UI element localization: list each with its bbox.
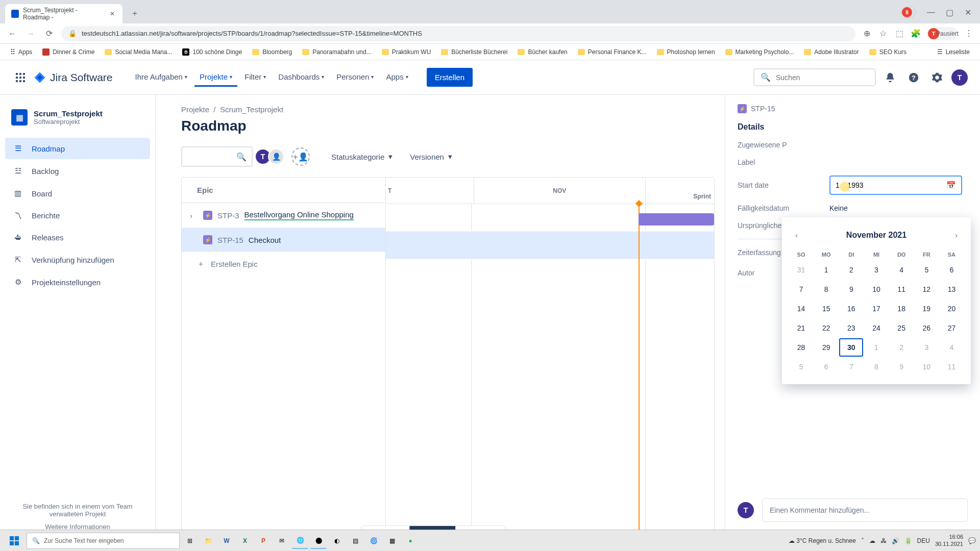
calendar-day[interactable]: 6 [814,358,838,376]
excel-icon[interactable]: X [237,533,253,549]
settings-icon[interactable] [928,68,946,87]
bookmark-item[interactable]: Marketing Psycholo... [721,46,798,58]
sidebar-item-releases[interactable]: ⛴Releases [5,227,150,248]
battery-icon[interactable]: 🔋 [904,537,912,544]
calendar-day[interactable]: 15 [814,299,838,318]
start-button[interactable] [4,532,24,549]
calendar-day[interactable]: 11 [890,280,914,298]
bookmark-item[interactable]: Bücher kaufen [513,46,571,58]
language-indicator[interactable]: DEU [917,537,930,544]
mail-icon[interactable]: ✉ [274,533,290,549]
search-input[interactable]: 🔍 [753,68,876,86]
maximize-icon[interactable]: ▢ [942,5,957,19]
chevron-right-icon[interactable]: › [190,211,198,220]
gantt-bar[interactable] [639,213,714,226]
app-switcher-icon[interactable] [12,69,29,86]
next-month-icon[interactable]: › [953,229,960,241]
task-view-icon[interactable]: ⊞ [182,533,198,549]
nav-apps[interactable]: Apps▾ [381,68,413,87]
calendar-day[interactable]: 31 [789,261,813,279]
app-icon[interactable]: ▦ [384,533,400,549]
calendar-icon[interactable]: 📅 [946,181,956,190]
reload-icon[interactable]: ⟳ [43,28,55,40]
nav-filters[interactable]: Filter▾ [239,68,271,87]
calendar-day[interactable]: 5 [915,261,939,279]
obs-icon[interactable]: ⬤ [310,533,327,549]
sidebar-item-settings[interactable]: ⚙Projekteinstellungen [5,271,150,293]
nav-your-work[interactable]: Ihre Aufgaben▾ [130,68,192,87]
zoom-icon[interactable]: ⊕ [862,29,872,39]
url-field[interactable]: 🔒 testdeutsch1.atlassian.net/jira/softwa… [61,26,855,41]
calendar-day[interactable]: 25 [890,319,914,337]
puzzle-icon[interactable]: 🧩 [911,29,921,39]
taskbar-search[interactable]: 🔍 Zur Suche Text hier eingeben [27,533,180,549]
volume-icon[interactable]: 🔊 [892,537,899,544]
network-icon[interactable]: 🖧 [880,537,887,544]
calendar-day[interactable]: 8 [814,280,838,298]
forward-icon[interactable]: → [24,28,37,40]
notifications-icon[interactable] [881,68,899,87]
calendar-day[interactable]: 3 [915,338,939,357]
menu-icon[interactable]: ⋮ [964,29,974,39]
app-icon[interactable]: ◐ [329,533,345,549]
calendar-day[interactable]: 11 [940,358,964,376]
jira-logo[interactable]: Jira Software [34,71,113,84]
bookmark-item[interactable]: Personal Finance K... [574,46,651,58]
breadcrumb-projects[interactable]: Projekte [181,105,209,114]
create-epic-button[interactable]: ＋ Erstellen Epic [182,252,385,276]
calendar-day[interactable]: 17 [864,299,888,318]
user-avatar[interactable]: T [951,69,968,86]
app-icon[interactable]: ▤ [347,533,363,549]
calendar-day[interactable]: 9 [890,358,914,376]
calendar-day[interactable]: 3 [864,261,888,279]
bookmark-item[interactable]: Dinner & Crime [38,46,99,58]
bookmark-item[interactable]: B100 schöne Dinge [178,46,246,58]
extension-icon[interactable]: ⬚ [894,29,904,39]
minimize-icon[interactable]: — [924,5,938,19]
calendar-day[interactable]: 24 [864,319,888,337]
calendar-day[interactable]: 4 [890,261,914,279]
calendar-day[interactable]: 5 [789,358,813,376]
sidebar-item-roadmap[interactable]: ☰Roadmap [5,138,150,159]
calendar-day[interactable]: 6 [940,261,964,279]
close-window-icon[interactable]: ✕ [961,5,975,19]
bookmark-item[interactable]: Photoshop lernen [653,46,719,58]
onedrive-icon[interactable]: ☁ [869,537,875,544]
calendar-day[interactable]: 13 [940,280,964,298]
comment-input[interactable]: Einen Kommentar hinzufügen... [762,498,968,522]
calendar-day[interactable]: 10 [864,280,888,298]
spotify-icon[interactable]: ● [402,533,419,549]
calendar-day[interactable]: 12 [915,280,939,298]
close-icon[interactable]: ✕ [109,10,116,18]
bookmark-item[interactable]: Praktikum WU [378,46,435,58]
calendar-day[interactable]: 9 [839,280,863,298]
calendar-day[interactable]: 29 [814,338,838,357]
profile-pause-pill[interactable]: II [901,7,916,18]
unassigned-avatar[interactable]: 👤 [268,148,284,165]
calendar-day[interactable]: 20 [940,299,964,318]
calendar-day[interactable]: 26 [915,319,939,337]
calendar-day[interactable]: 1 [814,261,838,279]
star-icon[interactable]: ☆ [878,29,888,39]
bookmark-item[interactable]: Panoramabahn und... [298,46,375,58]
epic-row[interactable]: › ⚡ STP-3 Bestellvorgang Online Shopping [182,203,385,228]
bookmark-item[interactable]: SEO Kurs [865,46,911,58]
clock[interactable]: 16:06 30.11.2021 [935,534,963,547]
sidebar-item-add-link[interactable]: ⇱Verknüpfung hinzufügen [5,249,150,270]
sidebar-item-backlog[interactable]: ☳Backlog [5,160,150,182]
calendar-day[interactable]: 7 [839,358,863,376]
sidebar-item-board[interactable]: ▥Board [5,183,150,204]
nav-people[interactable]: Personen▾ [331,68,379,87]
add-people-button[interactable]: +👤 [291,147,310,166]
project-header[interactable]: ▦ Scrum_Testprojekt Softwareprojekt [5,105,150,130]
bookmark-item[interactable]: Adobe Illustrator [800,46,863,58]
nav-dashboards[interactable]: Dashboards▾ [273,68,329,87]
duedate-value[interactable]: Keine [829,204,968,212]
apps-button[interactable]: ⠿Apps [6,46,36,58]
calendar-day[interactable]: 16 [839,299,863,318]
calendar-day[interactable]: 2 [890,338,914,357]
calendar-day[interactable]: 2 [839,261,863,279]
epic-row[interactable]: ⚡ STP-15 Checkout [182,228,385,252]
file-explorer-icon[interactable]: 📁 [200,533,216,549]
calendar-day[interactable]: 18 [890,299,914,318]
